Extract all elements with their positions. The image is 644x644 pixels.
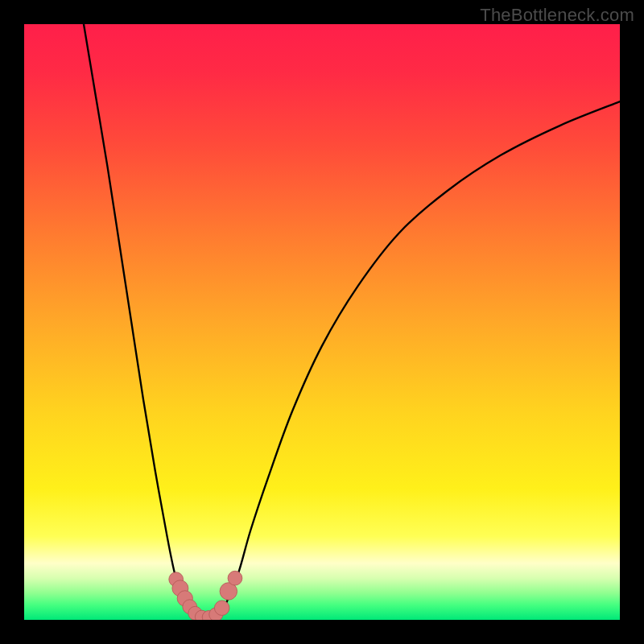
watermark-text: TheBottleneck.com	[480, 5, 634, 26]
data-marker	[214, 601, 229, 616]
bottleneck-curve	[24, 24, 620, 620]
data-marker	[228, 571, 242, 585]
chart-frame: TheBottleneck.com	[0, 0, 644, 644]
plot-area	[24, 24, 620, 620]
